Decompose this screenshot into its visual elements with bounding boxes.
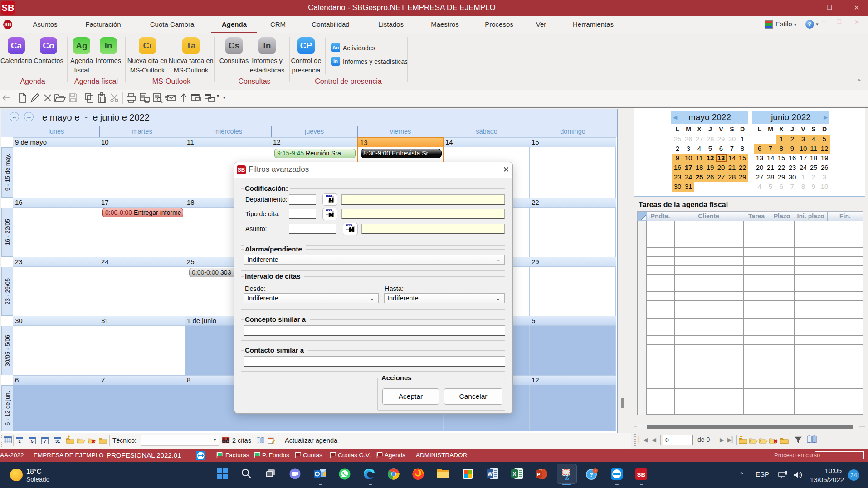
svg-text:X: X	[513, 471, 517, 477]
svg-text:!: !	[595, 469, 596, 473]
svg-text:1: 1	[18, 439, 20, 444]
svg-text:31: 31	[55, 439, 60, 444]
svg-text:7: 7	[44, 439, 46, 444]
svg-text:W: W	[488, 471, 493, 477]
svg-text:SB: SB	[637, 471, 646, 478]
svg-text:5: 5	[31, 439, 33, 444]
svg-text:?: ?	[590, 471, 593, 478]
svg-text:P: P	[537, 472, 540, 477]
